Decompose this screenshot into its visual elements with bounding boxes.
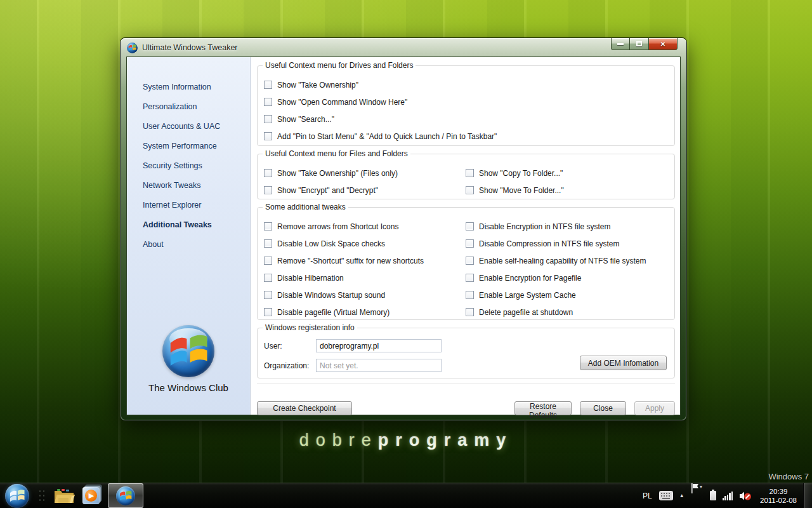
clock-time: 20:39	[760, 487, 797, 496]
checkbox-label[interactable]: Show "Open Command Window Here"	[277, 98, 407, 107]
checkbox-take-ownership[interactable]	[264, 81, 272, 89]
checkbox-label[interactable]: Show "Copy To Folder..."	[479, 169, 563, 178]
checkbox-row[interactable]: Add "Pin to Start Menu" & "Add to Quick …	[264, 128, 668, 145]
checkbox-row[interactable]: Disable Hibernation	[264, 269, 466, 286]
minimize-button[interactable]	[611, 38, 630, 50]
title-bar[interactable]: Ultimate Windows Tweaker ✕	[121, 38, 686, 57]
checkbox-label[interactable]: Enable Large System Cache	[479, 291, 576, 300]
checkbox-row[interactable]: Show "Search..."	[264, 110, 668, 128]
start-button[interactable]	[5, 484, 29, 508]
close-button[interactable]: ✕	[648, 38, 678, 50]
main-panel: Useful Context menu for Drives and Folde…	[251, 57, 680, 415]
checkbox-disable-startup-sound[interactable]	[264, 291, 272, 299]
checkbox-disable-ntfs-compression[interactable]	[466, 239, 474, 248]
checkbox-disable-low-disk-space[interactable]	[264, 239, 272, 248]
checkbox-row[interactable]: Show "Take Ownership" (Files only)	[264, 164, 466, 182]
create-checkpoint-button[interactable]: Create Checkpoint	[257, 401, 352, 415]
checkbox-row[interactable]: Enable Large System Cache	[466, 286, 668, 304]
sidebar-item-internet-explorer[interactable]: Internet Explorer	[127, 196, 250, 215]
checkbox-row[interactable]: Disable pagefile (Virtual Memory)	[264, 304, 466, 321]
sidebar-item-network-tweaks[interactable]: Network Tweaks	[127, 176, 250, 196]
checkbox-row[interactable]: Enable self-healing capability of NTFS f…	[466, 252, 668, 269]
sidebar-item-security-settings[interactable]: Security Settings	[127, 156, 250, 176]
checkbox-row[interactable]: Disable Encryption in NTFS file system	[466, 218, 668, 235]
checkbox-row[interactable]: Delete pagefile at shutdown	[466, 304, 668, 321]
checkbox-label[interactable]: Disable Encryption in NTFS file system	[479, 222, 610, 231]
checkbox-remove-shortcut-suffix[interactable]	[264, 257, 272, 265]
checkbox-label[interactable]: Show "Move To Folder..."	[479, 186, 564, 195]
checkbox-move-to-folder[interactable]	[466, 186, 474, 194]
checkbox-row[interactable]: Show "Open Command Window Here"	[264, 93, 668, 110]
action-center-button[interactable]: ▼	[688, 483, 707, 508]
checkbox-label[interactable]: Show "Search..."	[277, 115, 334, 124]
sidebar-item-personalization[interactable]: Personalization	[127, 97, 250, 117]
checkbox-row[interactable]: Disable Low Disk Space checks	[264, 235, 466, 252]
checkbox-label[interactable]: Remove arrows from Shortcut Icons	[277, 222, 398, 231]
checkbox-label[interactable]: Enable Encryption for Pagefile	[479, 274, 581, 283]
network-button[interactable]	[719, 483, 737, 508]
close-dialog-button[interactable]: Close	[580, 401, 626, 415]
checkbox-copy-to-folder[interactable]	[466, 169, 474, 177]
language-indicator[interactable]: PL	[639, 491, 656, 500]
checkbox-enable-pagefile-encryption[interactable]	[466, 274, 474, 282]
checkbox-label[interactable]: Disable pagefile (Virtual Memory)	[277, 308, 390, 317]
user-label: User:	[264, 342, 316, 351]
taskbar-explorer-button[interactable]	[51, 483, 77, 508]
taskbar-uwt-active-button[interactable]	[108, 483, 143, 508]
show-hidden-icons-button[interactable]: ▲	[676, 483, 688, 508]
checkbox-take-ownership-files[interactable]	[264, 169, 272, 177]
checkbox-label[interactable]: Disable Hibernation	[277, 274, 344, 283]
checkbox-label[interactable]: Show "Take Ownership"	[277, 81, 358, 90]
checkbox-delete-pagefile-shutdown[interactable]	[466, 308, 474, 316]
checkbox-pin-start-menu[interactable]	[264, 132, 272, 140]
checkbox-row[interactable]: Disable Compression in NTFS file system	[466, 235, 668, 252]
checkbox-row[interactable]: Show "Move To Folder..."	[466, 182, 668, 199]
sidebar-item-additional-tweaks[interactable]: Additional Tweaks	[127, 215, 250, 235]
sidebar-item-about[interactable]: About	[127, 235, 250, 255]
checkbox-label[interactable]: Remove "-Shortcut" suffix for new shortc…	[277, 257, 424, 265]
restore-defaults-button[interactable]: Restore Defaults	[514, 401, 572, 415]
checkbox-row[interactable]: Show "Take Ownership"	[264, 76, 668, 93]
checkbox-disable-hibernation[interactable]	[264, 274, 272, 282]
taskbar-media-player-button[interactable]: ▶	[77, 483, 104, 508]
apply-button[interactable]: Apply	[634, 401, 675, 415]
checkbox-enable-ntfs-self-healing[interactable]	[466, 257, 474, 265]
volume-button[interactable]	[736, 483, 755, 508]
checkbox-encrypt-decrypt[interactable]	[264, 186, 272, 194]
user-input[interactable]	[316, 339, 442, 352]
taskbar-clock[interactable]: 20:39 2011-02-08	[755, 487, 803, 505]
keyboard-layout-button[interactable]	[656, 483, 676, 508]
uwt-taskbar-icon	[116, 486, 135, 505]
checkbox-row[interactable]: Disable Windows Startup sound	[264, 286, 466, 304]
sidebar-item-user-accounts-uac[interactable]: User Accounts & UAC	[127, 117, 250, 137]
checkbox-open-command-window[interactable]	[264, 98, 272, 106]
checkbox-row[interactable]: Show "Copy To Folder..."	[466, 164, 668, 182]
sidebar-item-system-information[interactable]: System Information	[127, 77, 250, 97]
organization-input[interactable]	[316, 359, 442, 372]
checkbox-row[interactable]: Remove arrows from Shortcut Icons	[264, 218, 466, 235]
checkbox-label[interactable]: Disable Windows Startup sound	[277, 291, 385, 300]
checkbox-row[interactable]: Enable Encryption for Pagefile	[466, 269, 668, 286]
power-battery-button[interactable]	[707, 483, 719, 508]
checkbox-remove-shortcut-arrows[interactable]	[264, 222, 272, 231]
clock-date: 2011-02-08	[760, 496, 797, 505]
add-oem-information-button[interactable]: Add OEM Infomation	[580, 356, 667, 370]
taskbar-grip	[38, 489, 46, 503]
wordmark-bold: programy	[378, 431, 513, 450]
checkbox-row[interactable]: Remove "-Shortcut" suffix for new shortc…	[264, 252, 466, 269]
show-desktop-button[interactable]	[803, 483, 812, 508]
checkbox-show-search[interactable]	[264, 115, 272, 123]
checkbox-disable-ntfs-encryption[interactable]	[466, 222, 474, 231]
checkbox-label[interactable]: Show "Encrypt" and "Decrypt"	[277, 186, 378, 195]
sidebar-item-system-performance[interactable]: System Performance	[127, 137, 250, 156]
checkbox-label[interactable]: Show "Take Ownership" (Files only)	[277, 169, 398, 178]
checkbox-label[interactable]: Disable Low Disk Space checks	[277, 239, 385, 248]
checkbox-row[interactable]: Show "Encrypt" and "Decrypt"	[264, 182, 466, 199]
checkbox-label[interactable]: Delete pagefile at shutdown	[479, 308, 573, 317]
checkbox-label[interactable]: Disable Compression in NTFS file system	[479, 239, 619, 248]
checkbox-enable-large-system-cache[interactable]	[466, 291, 474, 299]
checkbox-label[interactable]: Add "Pin to Start Menu" & "Add to Quick …	[277, 132, 497, 141]
checkbox-disable-pagefile[interactable]	[264, 308, 272, 316]
maximize-button[interactable]	[630, 38, 648, 50]
checkbox-label[interactable]: Enable self-healing capability of NTFS f…	[479, 257, 646, 265]
